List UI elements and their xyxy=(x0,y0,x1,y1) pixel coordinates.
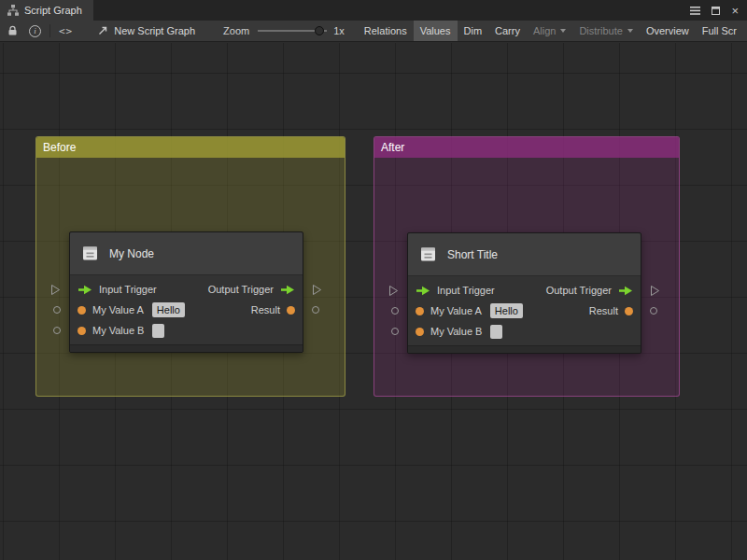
input-trigger-port[interactable]: Input Trigger xyxy=(416,285,495,296)
node-title: Short Title xyxy=(447,248,498,261)
toolbar-button-dim[interactable]: Dim xyxy=(458,21,489,42)
toolbar-button-values[interactable]: Values xyxy=(414,21,458,42)
zoom-slider[interactable] xyxy=(258,25,327,36)
port-row: My Value B xyxy=(70,320,303,341)
group-title: Before xyxy=(43,141,76,154)
value-b-port[interactable]: My Value B xyxy=(78,324,164,338)
external-trigger-out-point[interactable] xyxy=(650,284,660,301)
output-trigger-port[interactable]: Output Trigger xyxy=(208,284,295,295)
port-row: Input Trigger Output Trigger xyxy=(70,279,303,300)
lock-icon[interactable] xyxy=(7,25,18,36)
toolbar-button-relations[interactable]: Relations xyxy=(358,21,414,42)
external-value-point[interactable] xyxy=(312,306,319,314)
value-b-port[interactable]: My Value B xyxy=(416,325,502,339)
node-footer xyxy=(408,345,641,353)
value-a-port[interactable]: My Value A Hello xyxy=(416,303,523,318)
toolbar-button-carry[interactable]: Carry xyxy=(488,21,527,42)
maximize-icon[interactable] xyxy=(712,7,720,15)
value-port-dot[interactable] xyxy=(625,307,633,315)
port-label: Input Trigger xyxy=(99,284,157,295)
toolbar: i <> New Script Graph Zoom 1x Relations … xyxy=(0,21,747,42)
zoom-slider-knob[interactable] xyxy=(315,26,324,35)
port-label: My Value B xyxy=(92,325,144,336)
external-trigger-out-point[interactable] xyxy=(312,283,322,300)
tab-title: Script Graph xyxy=(24,5,82,16)
port-label: Input Trigger xyxy=(437,285,495,296)
external-trigger-in-point[interactable] xyxy=(50,283,61,300)
script-graph-icon xyxy=(7,5,19,16)
node-title: My Node xyxy=(109,247,154,260)
trigger-arrow-icon xyxy=(416,286,430,296)
port-row: My Value B xyxy=(408,321,641,342)
port-label: My Value B xyxy=(430,326,482,337)
output-trigger-port[interactable]: Output Trigger xyxy=(546,285,633,296)
close-icon[interactable]: × xyxy=(731,5,739,17)
port-row: Input Trigger Output Trigger xyxy=(408,280,641,301)
value-port-dot[interactable] xyxy=(416,328,424,336)
value-b-field[interactable] xyxy=(152,324,164,338)
node-header[interactable]: Short Title xyxy=(408,233,641,276)
port-label: Result xyxy=(251,304,280,315)
external-value-point[interactable] xyxy=(53,327,61,334)
value-a-field[interactable]: Hello xyxy=(490,303,523,318)
port-row: My Value A Hello Result xyxy=(70,300,303,320)
external-trigger-in-point[interactable] xyxy=(388,284,399,301)
graph-canvas[interactable]: Before After My Node xyxy=(0,43,747,560)
value-a-port[interactable]: My Value A Hello xyxy=(78,302,185,317)
node-footer xyxy=(70,344,303,352)
window-tab-bar: Script Graph × xyxy=(0,0,747,21)
port-label: My Value A xyxy=(430,305,482,316)
value-port-dot[interactable] xyxy=(78,306,86,315)
info-icon[interactable]: i xyxy=(29,25,41,37)
graph-breadcrumb[interactable]: New Script Graph xyxy=(97,25,195,36)
toolbar-button-align[interactable]: Align xyxy=(527,21,572,42)
external-value-point[interactable] xyxy=(391,307,399,315)
trigger-arrow-icon xyxy=(78,285,92,295)
port-label: Output Trigger xyxy=(208,284,274,295)
value-b-field[interactable] xyxy=(490,325,502,339)
result-port[interactable]: Result xyxy=(589,305,633,316)
window-controls: × xyxy=(690,0,747,21)
tab-script-graph[interactable]: Script Graph xyxy=(0,0,93,21)
port-label: Output Trigger xyxy=(546,285,612,296)
toolbar-separator xyxy=(49,24,50,37)
node-short-title[interactable]: Short Title Input Trigger Output Trigger xyxy=(407,232,641,354)
graph-name: New Script Graph xyxy=(114,25,195,36)
graph-asset-icon xyxy=(97,25,108,36)
external-value-point[interactable] xyxy=(53,306,61,314)
code-toggle-icon[interactable]: <> xyxy=(59,25,73,37)
chevron-down-icon xyxy=(560,29,566,33)
group-title: After xyxy=(381,141,404,154)
unit-icon xyxy=(80,244,100,263)
node-header[interactable]: My Node xyxy=(70,232,303,275)
port-row: My Value A Hello Result xyxy=(408,301,641,321)
toolbar-buttons: Relations Values Dim Carry Align Distrib… xyxy=(358,21,743,42)
result-port[interactable]: Result xyxy=(251,304,295,315)
input-trigger-port[interactable]: Input Trigger xyxy=(78,284,157,295)
port-label: Result xyxy=(589,305,618,316)
window-menu-icon[interactable] xyxy=(690,7,700,15)
group-header[interactable]: After xyxy=(374,137,679,158)
value-port-dot[interactable] xyxy=(78,327,86,335)
value-port-dot[interactable] xyxy=(416,307,424,315)
external-value-point[interactable] xyxy=(391,328,399,335)
external-value-point[interactable] xyxy=(650,307,657,315)
toolbar-button-distribute[interactable]: Distribute xyxy=(572,21,639,42)
zoom-label: Zoom xyxy=(223,25,249,36)
group-header[interactable]: Before xyxy=(36,137,345,158)
trigger-arrow-icon xyxy=(280,285,295,295)
toolbar-button-overview[interactable]: Overview xyxy=(640,21,696,42)
node-body: Input Trigger Output Trigger My Value A xyxy=(408,276,641,345)
value-a-field[interactable]: Hello xyxy=(152,302,185,317)
toolbar-button-fullscreen[interactable]: Full Scr xyxy=(696,21,743,42)
node-my-node[interactable]: My Node Input Trigger Output Trigger xyxy=(69,231,303,353)
port-label: My Value A xyxy=(92,304,144,315)
chevron-down-icon xyxy=(627,29,633,33)
node-body: Input Trigger Output Trigger My Value A xyxy=(70,275,303,344)
unit-icon xyxy=(418,245,438,264)
trigger-arrow-icon xyxy=(618,286,633,296)
value-port-dot[interactable] xyxy=(287,306,295,315)
zoom-value: 1x xyxy=(333,25,345,36)
